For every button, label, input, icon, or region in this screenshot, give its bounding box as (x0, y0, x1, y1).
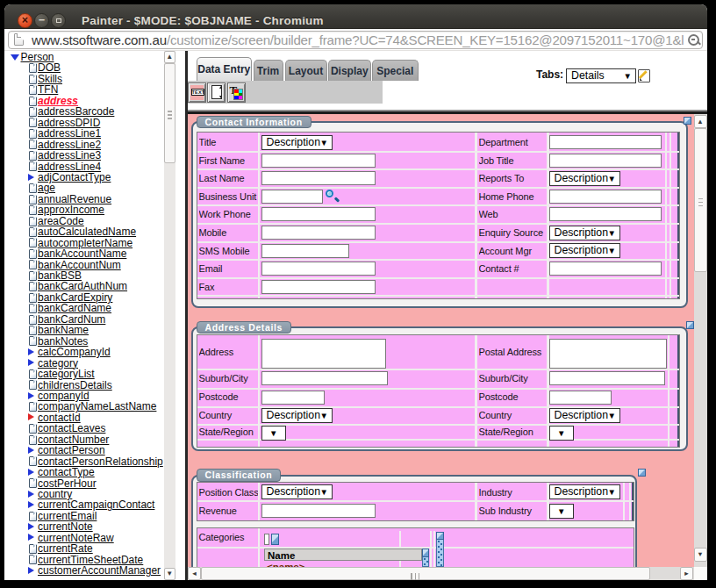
field-text-input[interactable] (261, 171, 376, 185)
tree-item-label[interactable]: calcCompanyId (38, 347, 111, 357)
tree-item-label[interactable]: approxIncome (38, 204, 104, 215)
builder-tab-trim[interactable]: Trim (254, 60, 283, 82)
tree-item-label[interactable]: age (38, 183, 55, 193)
categories-scrollbar[interactable] (422, 557, 430, 567)
field-text-input[interactable] (549, 135, 662, 149)
field-text-input[interactable] (549, 207, 662, 221)
tree-collapsed-icon[interactable] (28, 447, 34, 454)
sidebar-scroll-up-button[interactable]: ▲ (164, 51, 176, 63)
main-horizontal-scrollbar-thumb[interactable] (201, 567, 650, 580)
main-scroll-down-button[interactable]: ▼ (694, 548, 707, 562)
field-select[interactable]: Description ▼ (549, 408, 621, 423)
field-select-small[interactable]: ▼ (549, 426, 574, 441)
window-minimize-button[interactable]: − (34, 13, 49, 28)
tree-collapsed-icon[interactable] (28, 392, 34, 399)
text-field-tool-button[interactable]: TEXT (188, 82, 206, 103)
tree-item-currentCampaignContact[interactable]: currentCampaignContact (4, 499, 171, 510)
tree-item-bankCardAuthNum[interactable]: bankCardAuthNum (4, 281, 171, 291)
tree-collapsed-icon[interactable] (28, 469, 34, 476)
tree-collapsed-icon[interactable] (28, 567, 34, 574)
tree-item-label[interactable]: companyNameLastName (38, 401, 156, 412)
tree-item-autoCalculatedName[interactable]: autoCalculatedName (4, 226, 171, 237)
zoom-magnifier-icon[interactable] (688, 34, 699, 46)
main-scroll-up-button[interactable]: ▲ (694, 115, 707, 129)
field-text-input[interactable] (549, 190, 662, 204)
tree-item-label[interactable]: TFN (38, 84, 58, 95)
tree-item-DOB[interactable]: DOB (4, 62, 171, 73)
field-lookup-input[interactable] (261, 190, 323, 204)
tree-item-label[interactable]: customerAccountManager (38, 565, 161, 576)
field-select[interactable]: Description ▼ (549, 226, 621, 240)
tree-item-bankAccountName[interactable]: bankAccountName (4, 248, 171, 259)
field-textarea[interactable] (261, 339, 386, 369)
field-text-input[interactable] (261, 262, 376, 276)
tree-item-Skills[interactable]: Skills (4, 74, 171, 84)
tree-item-contactPerson[interactable]: contactPerson (4, 445, 171, 455)
tree-item-addressLine3[interactable]: addressLine3 (4, 150, 171, 161)
panel-edit-icon-address-details[interactable] (686, 321, 694, 329)
categories-scroll-icon[interactable] (422, 549, 430, 557)
tree-expanded-icon[interactable] (11, 54, 19, 61)
builder-tab-layout[interactable]: Layout (285, 60, 327, 82)
categories-outer-scroll-icon[interactable] (436, 532, 444, 541)
field-select-small[interactable]: ▼ (261, 426, 286, 441)
tree-item-categoryList[interactable]: categoryList (4, 369, 171, 379)
field-select-small[interactable]: ▼ (549, 504, 574, 519)
tree-item-companyNameLastName[interactable]: companyNameLastName (4, 401, 171, 412)
tree-item-costPerHour[interactable]: costPerHour (4, 478, 171, 489)
tree-item-label[interactable]: bankName (38, 325, 89, 335)
tree-item-currentRate[interactable]: currentRate (4, 543, 171, 554)
builder-tab-data-entry[interactable]: Data Entry (197, 57, 253, 81)
tree-collapsed-icon[interactable] (28, 174, 34, 181)
tree-item-label[interactable]: bankAccountName (38, 248, 126, 259)
field-text-input[interactable] (261, 504, 376, 518)
tree-collapsed-icon[interactable] (28, 359, 34, 366)
edit-tabs-pencil-icon[interactable] (638, 69, 650, 82)
tree-collapsed-icon[interactable] (28, 348, 34, 355)
builder-tab-display[interactable]: Display (328, 60, 371, 82)
panel-title-contact-information[interactable]: Contact Information (197, 116, 311, 129)
main-scroll-left-button[interactable]: ◄ (188, 567, 201, 580)
field-select[interactable]: Description ▼ (261, 484, 333, 499)
tree-item-label[interactable]: currentNote (38, 521, 93, 532)
tree-item-currentNote[interactable]: currentNote (4, 521, 171, 532)
text-area-tool-button[interactable] (207, 82, 226, 103)
tree-item-contactType[interactable]: contactType (4, 467, 171, 477)
tree-item-label[interactable]: contactType (38, 467, 95, 477)
categories-outer-scrollbar[interactable] (436, 540, 444, 567)
field-text-input[interactable] (261, 154, 376, 168)
main-scroll-right-button[interactable]: ► (680, 567, 693, 580)
field-text-input[interactable] (549, 371, 666, 385)
tree-item-calcCompanyId[interactable]: calcCompanyId (4, 347, 171, 357)
tree-item-label[interactable]: categoryList (38, 369, 95, 379)
tree-item-label[interactable]: addressLine1 (38, 128, 101, 139)
tree-item-TFN[interactable]: TFN (4, 84, 171, 95)
field-text-input[interactable] (261, 226, 376, 240)
tree-item-label[interactable]: contactPerson (38, 445, 105, 455)
tree-collapsed-icon[interactable] (28, 523, 34, 530)
window-close-button[interactable]: × (18, 13, 32, 28)
tree-item-bankName[interactable]: bankName (4, 325, 171, 335)
field-select[interactable]: Description ▼ (549, 171, 621, 186)
tree-item-label[interactable]: autoCalculatedName (38, 226, 136, 237)
field-select[interactable]: Description ▼ (261, 408, 333, 423)
field-text-input[interactable] (261, 391, 325, 405)
main-vertical-scrollbar-thumb[interactable] (694, 128, 707, 272)
tree-collapsed-icon[interactable] (28, 501, 34, 508)
tree-item-label[interactable]: contactLeaves (38, 423, 105, 434)
tree-item-addressBarcode[interactable]: addressBarcode (4, 106, 171, 117)
categories-mini-input[interactable] (264, 534, 269, 546)
lookup-magnifier-icon[interactable] (326, 190, 340, 204)
field-text-input[interactable] (549, 391, 612, 405)
tree-item-label[interactable]: currentRate (38, 543, 93, 554)
tree-item-bankCardName[interactable]: bankCardName (4, 303, 171, 313)
tree-collapsed-icon[interactable] (28, 491, 34, 498)
sidebar-scrollbar-thumb[interactable] (164, 63, 176, 163)
tree-item-contactLeaves[interactable]: contactLeaves (4, 423, 171, 434)
tree-item-addressLine1[interactable]: addressLine1 (4, 128, 171, 139)
tabs-selector-dropdown[interactable]: Details▼ (566, 68, 636, 83)
window-maximize-button[interactable] (51, 13, 66, 28)
field-text-input[interactable] (261, 371, 388, 385)
tree-item-label[interactable]: addressBarcode (38, 106, 114, 117)
field-select[interactable]: Description ▼ (549, 484, 621, 499)
